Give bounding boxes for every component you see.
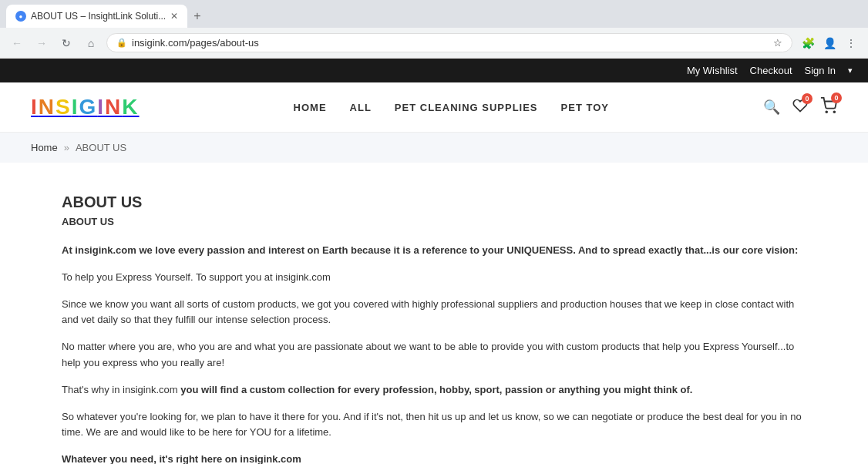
browser-action-buttons: 🧩 👤 ⋮ bbox=[799, 34, 860, 52]
top-bar: My Wishlist Checkout Sign In ▾ bbox=[0, 59, 868, 82]
about-para2: To help you Express Yourself. To support… bbox=[62, 270, 806, 286]
search-button[interactable]: 🔍 bbox=[763, 99, 780, 116]
cart-button[interactable]: 0 bbox=[820, 97, 837, 118]
profile-button[interactable]: 👤 bbox=[820, 34, 839, 52]
nav-all[interactable]: ALL bbox=[350, 102, 372, 113]
nav-pet-cleaning[interactable]: PET CLEANING SUPPLIES bbox=[395, 102, 538, 113]
tab-close-button[interactable]: ✕ bbox=[170, 11, 178, 22]
about-para7-bold: Whatever you need, it's right here on in… bbox=[62, 453, 301, 464]
menu-button[interactable]: ⋮ bbox=[842, 34, 860, 52]
page-wrapper: My Wishlist Checkout Sign In ▾ INSIGINK … bbox=[0, 59, 868, 464]
breadcrumb-separator: » bbox=[64, 142, 69, 153]
logo-letter-g: G bbox=[79, 95, 97, 119]
cart-icon bbox=[820, 102, 837, 117]
topbar-wishlist-link[interactable]: My Wishlist bbox=[687, 65, 738, 76]
wishlist-button[interactable]: 0 bbox=[792, 98, 808, 117]
nav-pet-toy[interactable]: PET TOY bbox=[561, 102, 609, 113]
main-content: ABOUT US ABOUT US At insigink.com we lov… bbox=[0, 163, 868, 464]
active-tab[interactable]: ● ABOUT US – InsightLink Soluti... ✕ bbox=[6, 5, 187, 28]
logo-letter-n2: N bbox=[105, 95, 122, 119]
tab-favicon: ● bbox=[15, 11, 26, 22]
forward-button[interactable]: → bbox=[32, 34, 51, 52]
logo-letter-n: N bbox=[39, 95, 56, 119]
logo-letter-k: K bbox=[122, 95, 139, 119]
topbar-dropdown-arrow[interactable]: ▾ bbox=[848, 66, 853, 76]
back-button[interactable]: ← bbox=[8, 34, 26, 52]
browser-controls: ← → ↻ ⌂ 🔒 insigink.com/pages/about-us ☆ … bbox=[0, 28, 868, 59]
browser-tabs: ● ABOUT US – InsightLink Soluti... ✕ + bbox=[0, 0, 868, 28]
breadcrumb-current: ABOUT US bbox=[76, 142, 126, 153]
main-navigation: HOME ALL PET CLEANING SUPPLIES PET TOY bbox=[294, 102, 609, 113]
star-icon[interactable]: ☆ bbox=[773, 37, 782, 49]
logo-letter-i3: I bbox=[97, 95, 105, 119]
breadcrumb-home[interactable]: Home bbox=[31, 142, 58, 153]
home-button[interactable]: ⌂ bbox=[82, 34, 100, 52]
extensions-button[interactable]: 🧩 bbox=[799, 34, 817, 52]
topbar-signin-link[interactable]: Sign In bbox=[805, 65, 836, 76]
logo-letter-i: I bbox=[31, 95, 39, 119]
about-para5-bold: you will find a custom collection for ev… bbox=[180, 384, 692, 395]
about-title-large: ABOUT US bbox=[62, 193, 806, 211]
about-para5: That's why in insigink.com you will find… bbox=[62, 382, 806, 398]
logo-text: INSIGINK bbox=[31, 95, 140, 119]
search-icon: 🔍 bbox=[763, 99, 780, 115]
wishlist-badge: 0 bbox=[802, 93, 812, 104]
svg-point-0 bbox=[826, 111, 827, 113]
nav-home[interactable]: HOME bbox=[294, 102, 327, 113]
about-body: At insigink.com we love every passion an… bbox=[62, 243, 806, 464]
topbar-checkout-link[interactable]: Checkout bbox=[750, 65, 792, 76]
tab-title: ABOUT US – InsightLink Soluti... bbox=[31, 11, 166, 22]
about-para3: Since we know you want all sorts of cust… bbox=[62, 297, 806, 329]
site-logo[interactable]: INSIGINK bbox=[31, 95, 140, 119]
site-header: INSIGINK HOME ALL PET CLEANING SUPPLIES … bbox=[0, 82, 868, 133]
browser-window: ● ABOUT US – InsightLink Soluti... ✕ + ←… bbox=[0, 0, 868, 59]
breadcrumb: Home » ABOUT US bbox=[0, 133, 868, 163]
lock-icon: 🔒 bbox=[116, 38, 127, 48]
about-para1: At insigink.com we love every passion an… bbox=[62, 243, 806, 259]
about-para4: No matter where you are, who you are and… bbox=[62, 339, 806, 372]
about-para1-bold: At insigink.com we love every passion an… bbox=[62, 244, 798, 256]
logo-letter-s: S bbox=[56, 95, 72, 119]
about-title-sub: ABOUT US bbox=[62, 216, 806, 227]
svg-point-1 bbox=[833, 111, 835, 113]
address-text: insigink.com/pages/about-us bbox=[132, 37, 769, 49]
cart-badge: 0 bbox=[831, 92, 842, 103]
address-bar[interactable]: 🔒 insigink.com/pages/about-us ☆ bbox=[106, 33, 792, 52]
header-actions: 🔍 0 0 bbox=[763, 97, 837, 118]
new-tab-button[interactable]: + bbox=[187, 9, 207, 23]
refresh-button[interactable]: ↻ bbox=[57, 34, 76, 52]
about-para6: So whatever you're looking for, we plan … bbox=[62, 409, 806, 442]
about-para5-start: That's why in insigink.com bbox=[62, 384, 180, 395]
about-para7: Whatever you need, it's right here on in… bbox=[62, 452, 806, 464]
